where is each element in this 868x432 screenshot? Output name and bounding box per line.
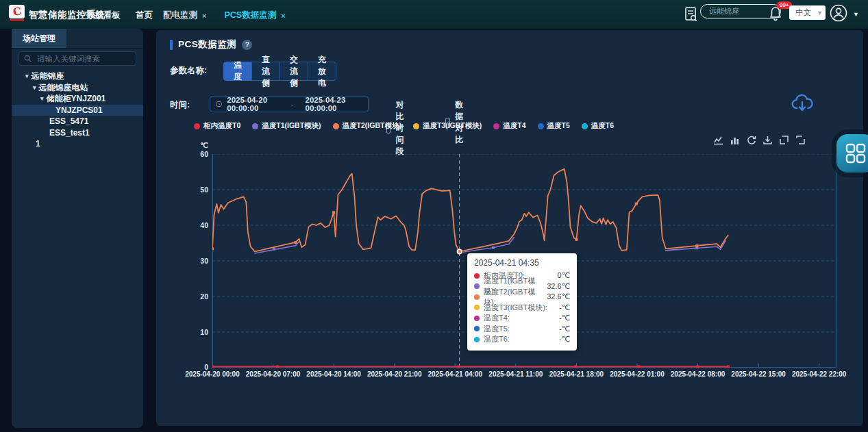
report-icon[interactable]	[684, 6, 699, 23]
param-tab-交流侧[interactable]: 交流侧	[280, 62, 308, 81]
legend-dot	[194, 123, 200, 129]
series-dot	[474, 283, 480, 289]
nav-item-1[interactable]: 数据看板	[86, 10, 121, 21]
legend-item-温度T1(IGBT模块)[interactable]: 温度T1(IGBT模块)	[252, 121, 321, 131]
start-date-value[interactable]: 2025-04-20 00:00:00	[227, 96, 284, 112]
tooltip-timestamp: 2025-04-21 04:35	[474, 258, 570, 268]
legend-item-温度T5[interactable]: 温度T5	[538, 121, 570, 131]
line-chart-icon[interactable]	[713, 135, 723, 145]
x-axis-label: 2025-04-20 21:00	[362, 370, 427, 378]
y-axis-label: 30	[175, 257, 208, 265]
parameter-tabs: 温度直流侧交流侧充放电	[223, 62, 336, 81]
series-dot	[474, 326, 480, 331]
station-management-tab[interactable]: 场站管理	[12, 29, 66, 48]
station-tree: ▾远能锦座▾远能锦座电站▾储能柜YNJZ001YNJZPCS01ESS_5471…	[12, 71, 143, 150]
tree-search-input[interactable]	[36, 54, 131, 64]
param-tab-直流侧[interactable]: 直流侧	[251, 62, 280, 81]
param-tab-温度[interactable]: 温度	[223, 62, 252, 81]
tree-node-ESS_5471[interactable]: ESS_5471	[12, 116, 143, 127]
restore-icon[interactable]	[746, 135, 756, 145]
chart-toolbox	[713, 135, 806, 145]
chart-tooltip: 2025-04-21 04:35 柜内温度T0:0℃温度T1(IGBT模块):3…	[467, 253, 577, 351]
download-cloud-icon[interactable]	[790, 92, 815, 115]
param-tab-充放电[interactable]: 充放电	[308, 62, 336, 81]
legend-item-温度T3(IGBT模块)[interactable]: 温度T3(IGBT模块)	[413, 121, 482, 131]
x-axis-label: 2025-04-20 14:00	[301, 370, 367, 378]
language-select[interactable]: 中文 ▼	[789, 5, 826, 20]
tab-close-icon[interactable]: ×	[202, 12, 206, 20]
nav-item-2[interactable]: 首页	[136, 10, 153, 21]
clock-icon	[216, 100, 222, 108]
tooltip-row: 温度T6:-℃	[474, 334, 570, 345]
y-axis-label: 10	[175, 328, 208, 336]
chart-legend: 柜内温度T0温度T1(IGBT模块)温度T2(IGBT模块)温度T3(IGBT模…	[194, 121, 614, 131]
series-dot	[474, 337, 480, 342]
tree-node-远能锦座[interactable]: ▾远能锦座	[12, 71, 143, 82]
user-avatar[interactable]	[830, 4, 847, 22]
section-header: PCS数据监测 ?	[170, 38, 252, 51]
topbar: C 智慧储能监控系统 数据看板首页 配电监测×PCS数据监测× 99+ 中文 ▼…	[0, 0, 868, 29]
y-axis-label: 50	[175, 186, 208, 194]
title-accent-bar	[170, 40, 173, 50]
expand-arrow-icon[interactable]: ▾	[25, 71, 29, 82]
station-sidebar: 场站管理 ▾远能锦座▾远能锦座电站▾储能柜YNJZ001YNJZPCS01ESS…	[12, 29, 143, 428]
data-zoom-icon[interactable]	[779, 135, 789, 145]
tooltip-row: 温度T2(IGBT模块):32.6℃	[474, 292, 570, 303]
time-row: 时间: 2025-04-20 00:00:00 - 2025-04-23 00:…	[170, 96, 190, 114]
x-axis-label: 2025-04-21 18:00	[543, 370, 609, 378]
tree-node-YNJZPCS01[interactable]: YNJZPCS01	[12, 105, 143, 116]
tooltip-row: 温度T3(IGBT模块):-℃	[474, 303, 570, 314]
parameter-label: 参数名称:	[170, 65, 207, 77]
top-nav: 数据看板首页	[86, 10, 153, 21]
x-axis-label: 2025-04-22 08:00	[665, 370, 731, 378]
zoom-reset-icon[interactable]	[795, 135, 806, 145]
time-label: 时间:	[170, 99, 190, 111]
help-icon[interactable]: ?	[242, 40, 252, 50]
expand-arrow-icon[interactable]: ▾	[40, 93, 44, 105]
series-dot	[474, 305, 480, 310]
y-axis-label: 0	[175, 363, 208, 371]
legend-item-温度T4[interactable]: 温度T4	[493, 121, 525, 131]
x-axis-label: 2025-04-21 11:00	[483, 370, 549, 378]
page-title: PCS数据监测	[178, 38, 236, 51]
tree-node-远能锦座电站[interactable]: ▾远能锦座电站	[12, 82, 143, 94]
x-axis-label: 2025-04-20 00:00	[179, 370, 245, 378]
y-axis-label: 60	[175, 150, 208, 158]
legend-dot	[582, 123, 588, 129]
series-dot	[474, 273, 480, 279]
user-menu-caret-icon[interactable]: ▼	[853, 11, 859, 18]
end-date-value[interactable]: 2025-04-23 00:00:00	[305, 96, 362, 112]
legend-dot	[333, 123, 339, 129]
date-range-picker[interactable]: 2025-04-20 00:00:00 - 2025-04-23 00:00:0…	[210, 96, 369, 112]
save-image-icon[interactable]	[762, 135, 773, 145]
tree-node-1[interactable]: 1	[12, 138, 143, 150]
tree-node-ESS_test1[interactable]: ESS_test1	[12, 127, 143, 139]
company-logo-icon: C	[9, 5, 25, 18]
tree-node-储能柜YNJZ001[interactable]: ▾储能柜YNJZ001	[12, 93, 143, 105]
legend-item-温度T6[interactable]: 温度T6	[582, 121, 614, 131]
series-dot	[474, 294, 480, 300]
open-tab-1[interactable]: 配电监测×	[163, 10, 206, 21]
legend-dot	[538, 123, 544, 129]
tree-search-box[interactable]	[18, 51, 136, 66]
legend-item-温度T2(IGBT模块)[interactable]: 温度T2(IGBT模块)	[333, 121, 401, 131]
legend-dot	[252, 123, 258, 129]
legend-dot	[493, 123, 499, 129]
logo-subtext	[10, 19, 24, 21]
search-icon	[24, 55, 32, 62]
y-axis-label: 40	[175, 221, 208, 229]
legend-item-柜内温度T0[interactable]: 柜内温度T0	[194, 121, 240, 131]
bar-chart-icon[interactable]	[730, 135, 740, 145]
x-axis-label: 2025-04-21 04:00	[422, 370, 488, 378]
quick-menu-button[interactable]	[836, 134, 868, 173]
date-separator: -	[291, 100, 294, 108]
expand-arrow-icon[interactable]: ▾	[33, 82, 36, 94]
legend-dot	[413, 123, 419, 129]
open-tabs: 配电监测×PCS数据监测×	[163, 10, 286, 21]
grid-icon	[844, 142, 867, 165]
sidebar-divider	[12, 48, 143, 49]
open-tab-2[interactable]: PCS数据监测×	[224, 10, 285, 21]
pcs-monitor-panel: PCS数据监测 ? 参数名称: 温度直流侧交流侧充放电 时间: 2025-04-…	[156, 30, 863, 426]
tab-close-icon[interactable]: ×	[281, 12, 285, 20]
series-dot	[474, 316, 480, 321]
